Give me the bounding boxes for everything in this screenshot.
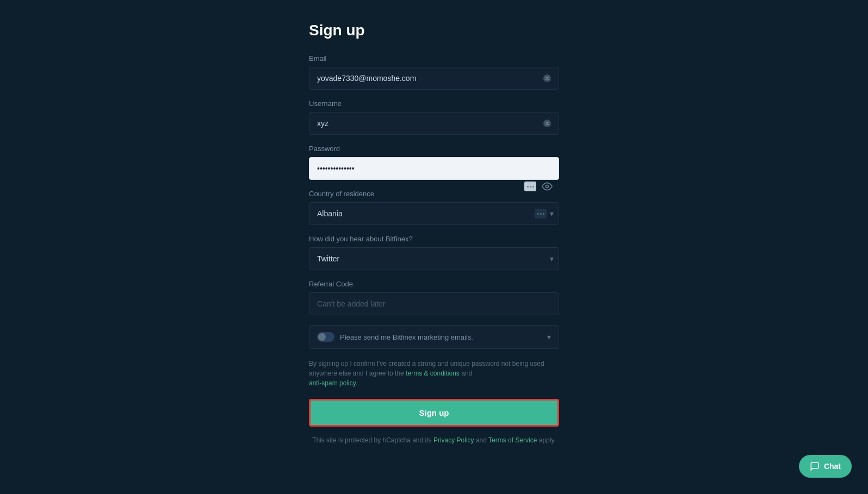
referral-code-input[interactable]: [309, 292, 559, 315]
password-label: Password: [309, 145, 559, 153]
page-title: Sign up: [309, 22, 559, 39]
signup-form: Sign up Email Username: [309, 11, 559, 455]
chat-button[interactable]: Chat: [799, 455, 852, 478]
marketing-toggle[interactable]: [317, 332, 334, 342]
username-input[interactable]: [309, 112, 559, 135]
terms-conditions-link[interactable]: terms & conditions: [406, 370, 460, 377]
referral-source-wrapper: Twitter Google Friend Other ▾: [309, 247, 559, 270]
antispam-link[interactable]: anti-spam policy: [309, 379, 356, 387]
email-input[interactable]: [309, 67, 559, 90]
signup-button[interactable]: Sign up: [309, 399, 559, 427]
marketing-chevron-icon[interactable]: ▾: [547, 333, 551, 341]
dots-icon: [524, 182, 536, 191]
email-input-wrapper: [309, 67, 559, 90]
password-icons: [523, 180, 554, 193]
password-field-group: Password: [309, 145, 559, 180]
password-input[interactable]: [309, 157, 559, 180]
username-clear-button[interactable]: [542, 118, 553, 129]
captcha-terms-link[interactable]: Terms of Service: [488, 436, 537, 444]
country-select-wrapper: Albania United States United Kingdom Ger…: [309, 202, 559, 225]
country-label: Country of residence: [309, 190, 559, 198]
terms-text: By signing up I confirm I've created a s…: [309, 359, 559, 388]
referral-source-label: How did you hear about Bitfinex?: [309, 235, 559, 243]
svg-point-2: [546, 185, 549, 188]
marketing-label: Please send me Bitfinex marketing emails…: [340, 333, 473, 341]
email-clear-button[interactable]: [542, 73, 553, 84]
chat-bubble-icon: [810, 461, 820, 471]
referral-source-select[interactable]: Twitter Google Friend Other: [309, 247, 559, 270]
marketing-emails-row: Please send me Bitfinex marketing emails…: [309, 325, 559, 349]
password-input-wrapper: [309, 157, 559, 180]
username-input-wrapper: [309, 112, 559, 135]
referral-code-field-group: Referral Code: [309, 280, 559, 315]
email-label: Email: [309, 54, 559, 62]
referral-code-label: Referral Code: [309, 280, 559, 288]
captcha-privacy-link[interactable]: Privacy Policy: [433, 436, 474, 444]
chat-label: Chat: [824, 462, 841, 471]
password-options-button[interactable]: [523, 180, 537, 192]
referral-source-field-group: How did you hear about Bitfinex? Twitter…: [309, 235, 559, 270]
captcha-text: This site is protected by hCaptcha and i…: [309, 436, 559, 444]
toggle-knob: [318, 333, 326, 341]
country-field-group: Country of residence Albania United Stat…: [309, 190, 559, 225]
username-field-group: Username: [309, 99, 559, 135]
email-field-group: Email: [309, 54, 559, 90]
country-select[interactable]: Albania United States United Kingdom Ger…: [309, 202, 559, 225]
marketing-left: Please send me Bitfinex marketing emails…: [317, 332, 473, 342]
password-toggle-visibility-button[interactable]: [541, 180, 554, 193]
username-label: Username: [309, 99, 559, 108]
